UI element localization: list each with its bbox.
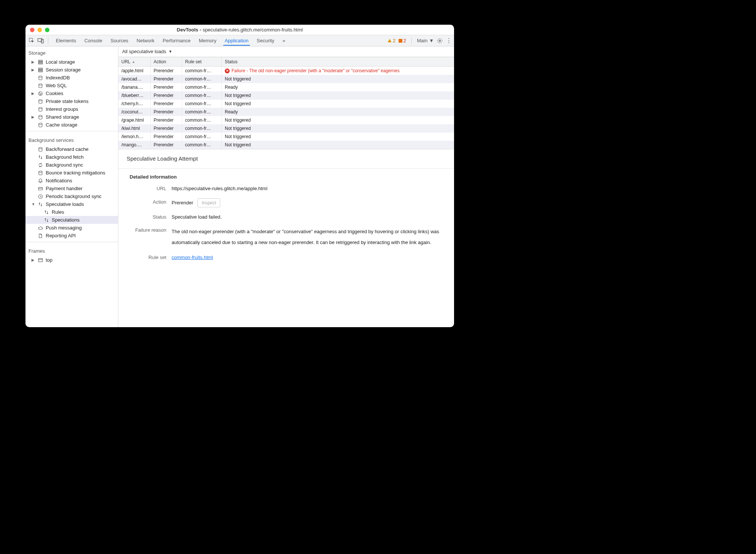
cyl-icon [37,122,43,128]
svg-rect-25 [39,258,43,262]
sidebar-item-cookies[interactable]: ▶Cookies [25,89,118,97]
label-url: URL [127,185,172,192]
cell-action: Prerender [151,141,182,149]
sidebar-item-local-storage[interactable]: ▶Local storage [25,58,118,66]
tab-memory[interactable]: Memory [197,36,218,46]
col-url[interactable]: URL▲ [118,57,151,66]
table-row[interactable]: /cherry.h…Prerendercommon-fr…Not trigger… [118,100,454,108]
sidebar-item-label: Session storage [46,67,81,73]
sidebar-item-reporting-api[interactable]: Reporting API [25,232,118,240]
sidebar-item-label: Shared storage [46,114,79,120]
sidebar-item-background-fetch[interactable]: Background fetch [25,153,118,161]
inspect-button[interactable]: Inspect [197,198,220,207]
table-row[interactable]: /lemon.h…Prerendercommon-fr…Not triggere… [118,133,454,141]
expand-arrow-icon: ▶ [31,68,35,72]
target-selector[interactable]: Main ▼ [417,38,434,43]
cell-action: Prerender [151,124,182,133]
sidebar-item-label: Cache storage [46,122,78,128]
tab-elements[interactable]: Elements [54,36,78,46]
sidebar-item-speculative-loads[interactable]: ▼Speculative loads [25,200,118,208]
svg-rect-5 [39,61,43,63]
label-status: Status [127,213,172,221]
svg-rect-4 [39,60,43,61]
sidebar-item-label: Speculative loads [46,201,84,207]
sidebar-item-notifications[interactable]: Notifications [25,177,118,185]
sidebar-item-back-forward-cache[interactable]: Back/forward cache [25,145,118,153]
tab-console[interactable]: Console [83,36,104,46]
cell-url: /banana.… [118,83,151,91]
warning-triangle-icon [388,39,391,42]
issues-badge[interactable]: 2 [399,38,406,43]
more-menu-icon[interactable]: ⋮ [446,37,452,44]
label-ruleset: Rule set [127,254,172,261]
table-row[interactable]: /grape.htmlPrerendercommon-fr…Not trigge… [118,116,454,124]
table-row[interactable]: /avocad…Prerendercommon-fr…Not triggered [118,75,454,83]
sidebar-item-label: Interest groups [46,106,78,112]
cyl-icon [37,75,43,80]
col-ruleset[interactable]: Rule set [182,57,222,66]
cell-action: Prerender [151,133,182,141]
expand-arrow-icon: ▶ [31,91,35,95]
cell-action: Prerender [151,100,182,108]
filter-dropdown[interactable]: All speculative loads ▼ [118,46,454,57]
tab-overflow[interactable]: » [281,36,287,46]
table-row[interactable]: /apple.htmlPrerendercommon-fr…✕Failure -… [118,67,454,75]
sidebar-item-rules[interactable]: Rules [25,208,118,216]
sidebar-item-label: Payment handler [46,186,82,191]
expand-arrow-icon: ▶ [31,258,35,262]
cell-action: Prerender [151,83,182,91]
tab-performance[interactable]: Performance [161,36,192,46]
sidebar-item-private-state-tokens[interactable]: Private state tokens [25,97,118,105]
cell-ruleset: common-fr… [182,67,222,75]
expand-arrow-icon: ▶ [31,60,35,64]
table-row[interactable]: /mango.…Prerendercommon-fr…Not triggered [118,141,454,149]
cookie-icon [37,91,43,96]
cell-status: Not triggered [222,91,454,100]
table-row[interactable]: /kiwi.htmlPrerendercommon-fr…Not trigger… [118,124,454,133]
cell-status: Ready [222,108,454,116]
sync-icon [37,162,43,168]
ruleset-link[interactable]: common-fruits.html [172,255,213,260]
status-text: Not triggered [225,93,251,98]
inspect-element-icon[interactable] [28,37,36,45]
titlebar: DevTools - speculative-rules.glitch.me/c… [25,25,454,35]
device-toggle-icon[interactable] [37,37,45,45]
tab-sources[interactable]: Sources [109,36,130,46]
sidebar-item-cache-storage[interactable]: Cache storage [25,121,118,129]
tab-security[interactable]: Security [255,36,276,46]
divider [25,131,118,131]
panel-tabs: Elements Console Sources Network Perform… [54,36,287,46]
table-row[interactable]: /banana.…Prerendercommon-fr…Ready [118,83,454,91]
label-action: Action [127,198,172,207]
toolbar: Elements Console Sources Network Perform… [25,35,454,46]
sidebar-item-label: Rules [52,209,64,215]
sidebar-item-push-messaging[interactable]: Push messaging [25,224,118,232]
cell-ruleset: common-fr… [182,108,222,116]
sidebar-item-label: Reporting API [46,233,76,238]
sidebar-item-payment-handler[interactable]: Payment handler [25,185,118,192]
sidebar-item-bounce-tracking-mitigations[interactable]: Bounce tracking mitigations [25,169,118,177]
sidebar-item-web-sql[interactable]: Web SQL [25,82,118,89]
table-row[interactable]: /blueberr…Prerendercommon-fr…Not trigger… [118,91,454,100]
sidebar-item-top[interactable]: ▶top [25,256,118,264]
svg-rect-2 [41,39,43,43]
svg-rect-22 [39,187,43,190]
col-status[interactable]: Status [222,57,454,66]
sidebar-item-periodic-background-sync[interactable]: Periodic background sync [25,192,118,200]
sidebar-item-speculations[interactable]: Speculations [25,216,118,224]
sidebar-item-shared-storage[interactable]: ▶Shared storage [25,113,118,121]
db-icon [37,60,43,65]
status-text: Not triggered [225,142,251,147]
cell-action: Prerender [151,67,182,75]
sidebar-item-indexeddb[interactable]: IndexedDB [25,74,118,82]
table-row[interactable]: /coconut…Prerendercommon-fr…Ready [118,108,454,116]
sidebar-item-session-storage[interactable]: ▶Session storage [25,66,118,74]
tab-network[interactable]: Network [135,36,156,46]
tab-application[interactable]: Application [223,36,250,46]
sidebar-item-background-sync[interactable]: Background sync [25,161,118,169]
col-action[interactable]: Action [151,57,182,66]
settings-icon[interactable] [437,38,443,44]
sidebar-item-interest-groups[interactable]: Interest groups [25,105,118,113]
cell-status: Not triggered [222,124,454,133]
warnings-badge[interactable]: 2 [388,38,395,43]
